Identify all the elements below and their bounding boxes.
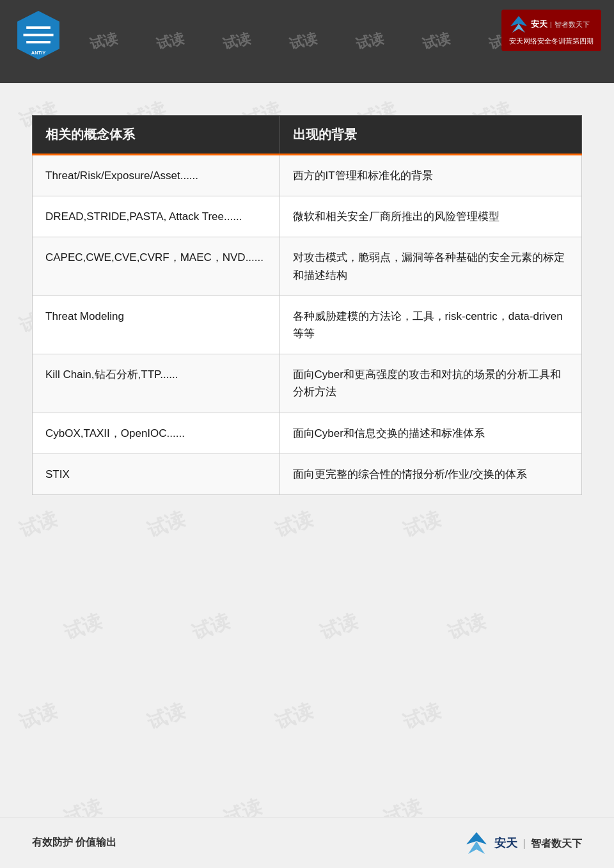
- table-cell-left-6: CybOX,TAXII，OpenIOC......: [33, 413, 280, 454]
- logo-svg: ANTIY: [13, 10, 64, 61]
- logo-container: ANTIY: [13, 10, 70, 74]
- table-row: CybOX,TAXII，OpenIOC...... 面向Cyber和信息交换的描…: [33, 413, 582, 454]
- table-row: CAPEC,CWE,CVE,CVRF，MAEC，NVD...... 对攻击模式，…: [33, 237, 582, 296]
- footer-slogan: 智者数天下: [531, 838, 582, 849]
- header-wm-3: 试读: [221, 29, 253, 54]
- svg-marker-8: [468, 841, 485, 854]
- right-logo-subtitle: 安天网络安全冬训营第四期: [509, 36, 594, 46]
- header-wm-6: 试读: [420, 29, 452, 54]
- header-wm-5: 试读: [354, 29, 386, 54]
- table-header: 相关的概念体系 出现的背景: [33, 116, 582, 155]
- table-row: Threat/Risk/Exposure/Asset...... 西方的IT管理…: [33, 155, 582, 196]
- table-row: STIX 面向更完整的综合性的情报分析/作业/交换的体系: [33, 454, 582, 494]
- table-cell-right-7: 面向更完整的综合性的情报分析/作业/交换的体系: [279, 454, 581, 494]
- table-cell-left-4: Threat Modeling: [33, 296, 280, 354]
- table-header-row: 相关的概念体系 出现的背景: [33, 116, 582, 155]
- table-row: DREAD,STRIDE,PASTA, Attack Tree...... 微软…: [33, 196, 582, 237]
- column-header-right: 出现的背景: [279, 116, 581, 155]
- footer-bird-icon: [464, 830, 489, 856]
- table-cell-right-6: 面向Cyber和信息交换的描述和标准体系: [279, 413, 581, 454]
- footer: 有效防护 价值输出 安天 | 智者数天下: [0, 817, 614, 868]
- main-content: 相关的概念体系 出现的背景 Threat/Risk/Exposure/Asset…: [0, 83, 614, 514]
- footer-brand-name: 安天: [494, 837, 517, 849]
- header-wm-4: 试读: [287, 29, 319, 54]
- table-cell-right-4: 各种威胁建模的方法论，工具，risk-centric，data-driven等等: [279, 296, 581, 354]
- column-header-left: 相关的概念体系: [33, 116, 280, 155]
- table-cell-left-5: Kill Chain,钻石分析,TTP......: [33, 354, 280, 413]
- table-cell-left-7: STIX: [33, 454, 280, 494]
- table-body: Threat/Risk/Exposure/Asset...... 西方的IT管理…: [33, 155, 582, 495]
- table-cell-left-1: Threat/Risk/Exposure/Asset......: [33, 155, 280, 196]
- table-cell-right-5: 面向Cyber和更高强度的攻击和对抗的场景的分析工具和分析方法: [279, 354, 581, 413]
- footer-tagline: 有效防护 价值输出: [32, 836, 116, 849]
- header-right-logo: 安天 | 智者数天下 安天网络安全冬训营第四期: [501, 10, 601, 51]
- table-cell-right-3: 对攻击模式，脆弱点，漏洞等各种基础的安全元素的标定和描述结构: [279, 237, 581, 296]
- footer-divider: |: [523, 838, 525, 849]
- header-wm-1: 试读: [88, 29, 120, 54]
- header-wm-2: 试读: [154, 29, 186, 54]
- watermark-row: 试读 试读 试读 试读 试读 试读 试读: [90, 32, 517, 51]
- table-cell-right-1: 西方的IT管理和标准化的背景: [279, 155, 581, 196]
- footer-brand-area: 安天 | 智者数天下: [464, 830, 582, 856]
- table-cell-left-2: DREAD,STRIDE,PASTA, Attack Tree......: [33, 196, 280, 237]
- table-row: Kill Chain,钻石分析,TTP...... 面向Cyber和更高强度的攻…: [33, 354, 582, 413]
- table-cell-right-2: 微软和相关安全厂商所推出的风险管理模型: [279, 196, 581, 237]
- concept-table: 相关的概念体系 出现的背景 Threat/Risk/Exposure/Asset…: [32, 115, 582, 495]
- footer-brand-text: 安天 | 智者数天下: [494, 835, 582, 851]
- right-logo-separator: |: [550, 21, 552, 28]
- antiy-bird-icon: [509, 15, 528, 34]
- table-row: Threat Modeling 各种威胁建模的方法论，工具，risk-centr…: [33, 296, 582, 354]
- right-logo-slogan-header: 智者数天下: [555, 20, 590, 29]
- right-logo-brand: 安天: [531, 19, 547, 30]
- svg-text:ANTIY: ANTIY: [31, 50, 46, 56]
- header: ANTIY 试读 试读 试读 试读 试读 试读 试读 安天 | 智者数天下 安天…: [0, 0, 614, 83]
- table-cell-left-3: CAPEC,CWE,CVE,CVRF，MAEC，NVD......: [33, 237, 280, 296]
